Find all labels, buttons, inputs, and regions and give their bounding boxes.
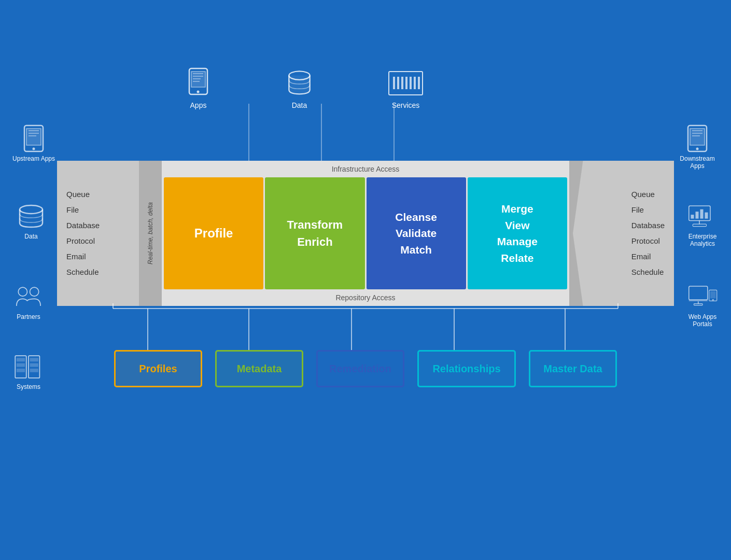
- partners-icon: Partners: [5, 283, 52, 320]
- transform-label: TransformEnrich: [287, 216, 343, 250]
- r-queue-item-3: Database: [631, 221, 665, 230]
- data-icon-group: Data: [285, 67, 314, 109]
- merge-label: MergeViewManageRelate: [497, 201, 538, 266]
- svg-rect-18: [690, 129, 705, 145]
- enterprise-analytics-icon: EnterpriseAnalytics: [679, 202, 726, 247]
- metadata-box: Metadata: [215, 350, 303, 387]
- partners-label: Partners: [17, 313, 40, 320]
- queue-item-4: Protocol: [66, 236, 95, 245]
- profile-label: Profile: [194, 226, 233, 241]
- cleanse-block: CleanseValidateMatch: [367, 177, 466, 289]
- content-blocks: Profile TransformEnrich CleanseValidateM…: [164, 177, 567, 289]
- svg-rect-35: [710, 291, 716, 299]
- web-apps-icon: Web AppsPortals: [679, 283, 726, 328]
- queue-item-5: Email: [66, 252, 86, 261]
- master-data-label: Master Data: [543, 363, 602, 375]
- svg-rect-26: [700, 209, 704, 219]
- svg-rect-29: [693, 224, 706, 227]
- svg-point-8: [30, 287, 39, 296]
- downstream-apps-icon: Downstream Apps: [674, 124, 721, 170]
- data-label: Data: [292, 101, 307, 109]
- left-queue-text: Queue File Database Protocol Email Sched…: [66, 187, 100, 280]
- left-band: Real-time, batch, delta: [139, 161, 162, 306]
- svg-point-36: [712, 299, 714, 301]
- right-queue-section: Queue File Database Protocol Email Sched…: [573, 161, 674, 306]
- r-queue-item-1: Queue: [631, 190, 655, 199]
- top-icons: Apps Data Services: [184, 67, 547, 109]
- metadata-label: Metadata: [237, 363, 282, 375]
- repo-boxes: Profiles Metadata Remediation Relationsh…: [0, 350, 731, 387]
- relationships-box: Relationships: [417, 350, 516, 387]
- queue-item-2: File: [66, 205, 79, 214]
- left-band-text: Real-time, batch, delta: [147, 202, 154, 264]
- queue-item-3: Database: [66, 221, 100, 230]
- upstream-apps-icon: Upstream Apps: [10, 124, 57, 162]
- apps-icon-group: Apps: [184, 67, 213, 109]
- enterprise-analytics-label: EnterpriseAnalytics: [688, 233, 717, 247]
- remediation-label: Remediation: [329, 363, 391, 375]
- r-queue-item-6: Schedule: [631, 268, 664, 276]
- r-queue-item-5: Email: [631, 252, 651, 261]
- downstream-apps-label: Downstream Apps: [674, 155, 721, 170]
- svg-point-7: [18, 287, 27, 296]
- right-queue-text: Queue File Database Protocol Email Sched…: [631, 187, 665, 280]
- profiles-label: Profiles: [139, 363, 177, 375]
- profile-block: Profile: [164, 177, 263, 289]
- services-icon-group: Services: [386, 67, 425, 109]
- remediation-box: Remediation: [316, 350, 404, 387]
- relationships-label: Relationships: [432, 363, 500, 375]
- apps-icon: [184, 67, 213, 101]
- svg-point-39: [197, 91, 200, 93]
- svg-rect-24: [691, 215, 694, 219]
- transform-block: TransformEnrich: [265, 177, 364, 289]
- merge-block: MergeViewManageRelate: [468, 177, 567, 289]
- svg-rect-30: [689, 286, 708, 300]
- queue-item-6: Schedule: [66, 268, 99, 276]
- web-apps-label: Web AppsPortals: [688, 313, 716, 328]
- svg-rect-27: [705, 213, 708, 219]
- apps-label: Apps: [190, 101, 207, 109]
- cleanse-label: CleanseValidateMatch: [395, 209, 437, 258]
- svg-point-2: [33, 148, 35, 150]
- svg-rect-25: [696, 212, 699, 219]
- data-icon: [285, 67, 314, 101]
- data-left-icon: Data: [8, 202, 54, 240]
- data-left-label: Data: [24, 233, 37, 240]
- repo-label: Repository Access: [335, 293, 395, 302]
- svg-rect-33: [694, 304, 703, 305]
- svg-point-19: [696, 148, 699, 150]
- master-data-box: Master Data: [529, 350, 617, 387]
- services-label: Services: [392, 101, 420, 109]
- top-connectors: [0, 104, 731, 166]
- infra-label: Infrastructure Access: [332, 165, 400, 173]
- repo-connectors: [0, 303, 731, 353]
- services-icon: [386, 67, 425, 101]
- svg-rect-31: [689, 300, 708, 301]
- svg-rect-1: [26, 129, 41, 145]
- queue-item-1: Queue: [66, 190, 90, 199]
- pipeline-container: Infrastructure Access Repository Access …: [57, 161, 674, 306]
- r-queue-item-4: Protocol: [631, 236, 660, 245]
- profiles-box: Profiles: [114, 350, 202, 387]
- r-queue-item-2: File: [631, 205, 644, 214]
- svg-point-6: [20, 205, 43, 214]
- upstream-apps-label: Upstream Apps: [12, 155, 55, 162]
